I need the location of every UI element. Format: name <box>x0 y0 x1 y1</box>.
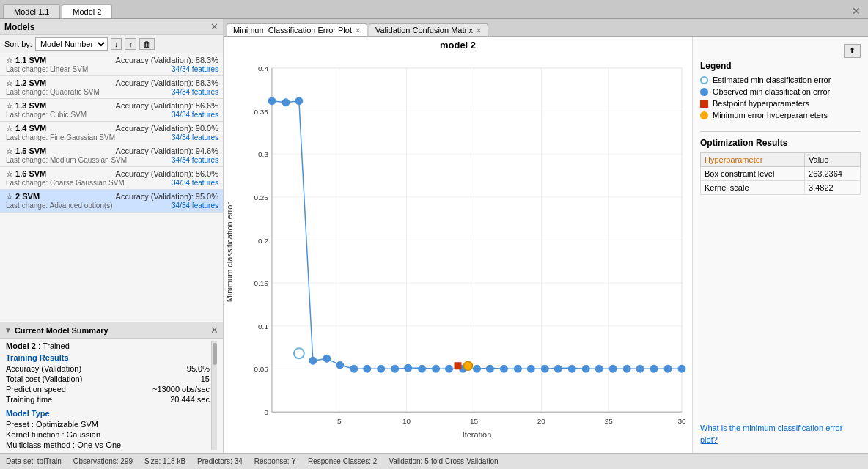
chart-title: model 2 <box>224 40 692 51</box>
svg-point-35 <box>282 99 290 106</box>
summary-content: Model 2 : Trained Training Results Accur… <box>0 339 223 453</box>
status-observations: Observations: 299 <box>73 457 133 465</box>
status-size: Size: 118 kB <box>144 457 185 465</box>
summary-section: ▼ Current Model Summary ✕ Model 2 : Trai… <box>0 322 223 453</box>
status-response-classes: Response Classes: 2 <box>308 457 378 465</box>
summary-close-icon[interactable]: ✕ <box>210 325 218 336</box>
svg-text:10: 10 <box>402 417 411 425</box>
model-accuracy-1-6: Accuracy (Validation): 86.0% <box>116 169 218 179</box>
svg-point-56 <box>568 365 575 372</box>
svg-point-59 <box>609 365 617 372</box>
model-item-1-2[interactable]: ☆ 1.2 SVM Accuracy (Validation): 88.3% L… <box>0 76 223 99</box>
svg-text:5: 5 <box>337 417 342 425</box>
tab-close-min[interactable]: ✕ <box>355 26 361 34</box>
model-accuracy-1-2: Accuracy (Validation): 88.3% <box>116 78 218 88</box>
svg-point-65 <box>294 348 304 358</box>
legend-title: Legend <box>700 61 861 71</box>
training-time-value: 20.444 sec <box>170 395 210 404</box>
export-button[interactable]: ⬆ <box>844 44 861 58</box>
legend-item-minerror: Minimum error hyperparameters <box>700 111 861 119</box>
svg-text:0.25: 0.25 <box>254 193 269 202</box>
svg-text:0.15: 0.15 <box>254 279 269 287</box>
close-button[interactable]: ✕ <box>847 4 865 18</box>
optimization-row-2: Kernel scale 3.4822 <box>701 181 861 195</box>
chart-svg: 0 0.05 0.1 0.15 0.2 0.25 0.3 0.35 0.4 5 … <box>235 52 689 450</box>
optimization-section: Optimization Results Hyperparameter Valu… <box>700 138 861 195</box>
summary-scrollbar[interactable] <box>211 341 217 450</box>
svg-point-52 <box>514 365 521 372</box>
svg-point-64 <box>678 365 685 372</box>
sort-row: Sort by: Model Number Accuracy Name ↓ ↑ … <box>0 35 223 53</box>
prediction-speed-value: ~13000 obs/sec <box>152 385 210 394</box>
sort-label: Sort by: <box>4 40 32 48</box>
model-type-label: Model Type <box>6 409 210 418</box>
svg-point-49 <box>473 365 480 372</box>
svg-point-63 <box>664 365 672 372</box>
legend-item-observed: Observed min classification error <box>700 87 861 96</box>
legend-item-bestpoint: Bestpoint hyperparameters <box>700 99 861 108</box>
status-validation: Validation: 5-fold Cross-Validation <box>389 457 498 465</box>
summary-header: ▼ Current Model Summary ✕ <box>0 322 223 339</box>
help-link[interactable]: What is the minimum classification error… <box>700 423 861 446</box>
model-accuracy-1-4: Accuracy (Validation): 90.0% <box>116 124 218 133</box>
svg-text:0: 0 <box>264 408 268 416</box>
svg-point-45 <box>419 365 426 372</box>
sidebar-title: Models <box>4 22 34 32</box>
kernel-label: Kernel function <box>6 430 59 439</box>
svg-point-61 <box>636 365 644 372</box>
content-area: Minimum Classification Error Plot ✕ Vali… <box>224 19 868 453</box>
sort-desc-button[interactable]: ↑ <box>125 38 136 50</box>
model-accuracy-1-5: Accuracy (Validation): 94.6% <box>116 147 218 156</box>
svg-point-55 <box>554 365 562 372</box>
total-cost-label: Total cost (Validation) <box>6 374 82 383</box>
top-tab-model1[interactable]: Model 1.1 <box>3 4 60 18</box>
svg-text:0.2: 0.2 <box>258 237 268 245</box>
svg-point-51 <box>500 365 507 372</box>
training-time-label: Training time <box>6 395 52 404</box>
model-accuracy-1-1: Accuracy (Validation): 88.3% <box>116 56 218 65</box>
svg-point-39 <box>336 361 344 369</box>
svg-point-36 <box>295 97 303 105</box>
content-tabs: Minimum Classification Error Plot ✕ Vali… <box>224 19 868 37</box>
svg-point-40 <box>350 365 358 372</box>
sidebar: Models ✕ Sort by: Model Number Accuracy … <box>0 19 224 453</box>
chart-container: model 2 Minimum classification error <box>224 37 692 453</box>
status-bar: Data set: tblTrain Observations: 299 Siz… <box>0 453 868 469</box>
svg-text:Iteration: Iteration <box>463 430 492 439</box>
status-predictors: Predictors: 34 <box>197 457 243 465</box>
model-item-1-1[interactable]: ☆ 1.1 SVM Accuracy (Validation): 88.3% L… <box>0 53 223 76</box>
delete-button[interactable]: 🗑 <box>139 38 155 50</box>
svg-point-34 <box>268 97 276 105</box>
summary-title: Current Model Summary <box>15 326 210 335</box>
tab-close-confusion[interactable]: ✕ <box>476 26 482 34</box>
model-item-2[interactable]: ☆ 2 SVM Accuracy (Validation): 95.0% Las… <box>0 190 223 213</box>
sidebar-close-icon[interactable]: ✕ <box>210 21 218 32</box>
multiclass-value: One-vs-One <box>77 440 121 449</box>
accuracy-value: 95.0% <box>187 364 210 373</box>
sidebar-header: Models ✕ <box>0 19 223 35</box>
kernel-value: Gaussian <box>67 430 100 439</box>
prediction-speed-label: Prediction speed <box>6 385 66 394</box>
model-item-1-4[interactable]: ☆ 1.4 SVM Accuracy (Validation): 90.0% L… <box>0 122 223 144</box>
sort-select[interactable]: Model Number Accuracy Name <box>35 37 108 51</box>
sort-asc-button[interactable]: ↓ <box>111 38 122 50</box>
model-list: ☆ 1.1 SVM Accuracy (Validation): 88.3% L… <box>0 53 223 322</box>
svg-text:0.4: 0.4 <box>258 64 268 73</box>
svg-point-57 <box>582 365 589 372</box>
svg-point-42 <box>378 365 385 372</box>
status-response: Response: Y <box>254 457 296 465</box>
svg-text:0.05: 0.05 <box>254 365 269 373</box>
svg-point-50 <box>486 365 493 372</box>
y-axis-label: Minimum classification error <box>224 202 235 302</box>
svg-point-38 <box>323 355 331 362</box>
top-tab-model2[interactable]: Model 2 <box>62 4 112 18</box>
svg-point-62 <box>650 365 658 372</box>
optimization-row-1: Box constraint level 263.2364 <box>701 167 861 181</box>
model-item-1-5[interactable]: ☆ 1.5 SVM Accuracy (Validation): 94.6% L… <box>0 144 223 167</box>
model-item-1-6[interactable]: ☆ 1.6 SVM Accuracy (Validation): 86.0% L… <box>0 167 223 190</box>
tab-confusion-matrix[interactable]: Validation Confusion Matrix ✕ <box>369 23 488 36</box>
model-item-1-3[interactable]: ☆ 1.3 SVM Accuracy (Validation): 86.6% L… <box>0 99 223 122</box>
model-accuracy-2: Accuracy (Validation): 95.0% <box>116 192 218 202</box>
tab-min-classification[interactable]: Minimum Classification Error Plot ✕ <box>227 23 367 36</box>
svg-text:0.3: 0.3 <box>258 150 268 158</box>
